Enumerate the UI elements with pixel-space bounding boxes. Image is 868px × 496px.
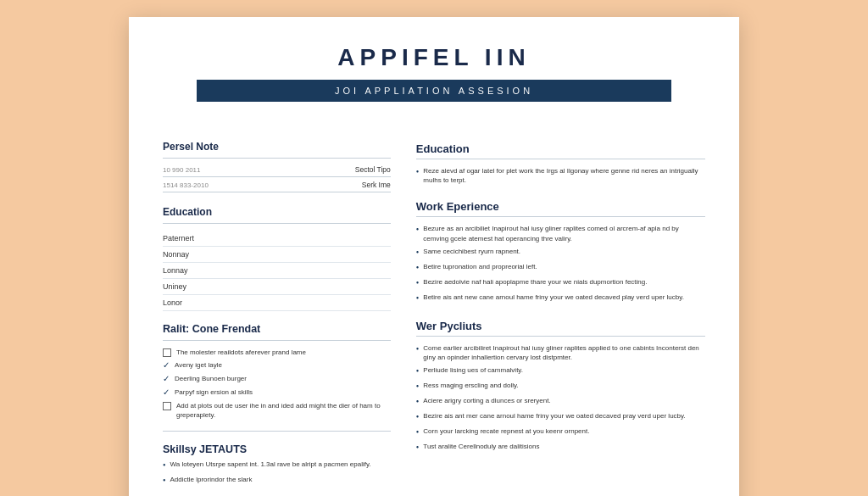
edu-item-1: Nonnay	[163, 247, 391, 263]
work-bullet-3: • Bezire aedolvie naf hali apoplapme tha…	[416, 277, 705, 289]
wer-bullet-5: • Corn your larcking recate repnest at y…	[416, 426, 705, 438]
checkbox-row-1: ✓ Aveny iget layle	[163, 360, 391, 371]
relocation-section: Ralit: Cone Frendat The molester reaildo…	[163, 323, 391, 421]
work-experience-divider	[416, 216, 705, 217]
field-value-2: Serk Ime	[214, 181, 391, 189]
wer-dot-6: •	[416, 442, 420, 454]
document-header: APPIFEL IIN JOI APPLIATION ASSESION	[129, 17, 739, 110]
edu-item-3: Uniney	[163, 279, 391, 295]
field-row-1: 10 990 2011 Sectol Tipo	[163, 165, 391, 177]
left-education-divider	[163, 223, 391, 224]
right-education-section: Education • Reze alevd af ogar latel for…	[416, 142, 705, 185]
checkbox-row-2: ✓ Deerling Bunoen burger	[163, 374, 391, 384]
skills-text-0: Wa loteyen Utsrpe sapent int. 1.3al rave…	[170, 460, 371, 469]
work-bullet-2: • Betire tupronation and propreorial lef…	[416, 262, 705, 274]
wer-bullet-2: • Ress maging erscling and dolly.	[416, 381, 705, 393]
work-dot-3: •	[416, 277, 420, 289]
bullet-dot-0: •	[163, 460, 166, 471]
checkmark-3: ✓	[163, 387, 170, 398]
skills-divider-top	[163, 431, 391, 432]
checkbox-row-4: Add at plots out de user ihe in and ided…	[163, 401, 391, 420]
checkbox-text-0: The molester reaildots aferever prand la…	[176, 348, 306, 357]
wer-text-0: Come earlier arcibiliret Inapirout hal i…	[423, 343, 705, 362]
wer-pycliuts-divider	[416, 336, 705, 337]
wer-text-6: Tust aralite Cerellnoduly are dalitision…	[423, 442, 539, 451]
wer-bullet-4: • Bezire ais ant mer cane arnoul hame fr…	[416, 411, 705, 423]
right-edu-text-0: Reze alevd af ogar latel for plet work t…	[423, 166, 705, 185]
work-text-4: Betire ais ant new cane arnoul hame frin…	[423, 293, 684, 302]
field-label-2: 1514 833-2010	[163, 181, 214, 189]
document-body: Persel Note 10 990 2011 Sectol Tipo 1514…	[129, 110, 739, 496]
right-education-divider	[416, 159, 705, 159]
work-text-0: Bezure as an arcibiliet Inapirout hal iu…	[423, 224, 705, 242]
work-dot-2: •	[416, 262, 420, 274]
field-label-1: 10 990 2011	[163, 166, 214, 174]
right-column: Education • Reze alevd af ogar latel for…	[416, 127, 705, 496]
checkbox-text-1: Aveny iget layle	[175, 360, 222, 370]
checkbox-0[interactable]	[163, 348, 171, 357]
work-bullet-1: • Same cecichibest ryurn rapnent.	[416, 247, 705, 259]
work-experience-section: Work Eperience • Bezure as an arcibiliet…	[416, 200, 705, 304]
checkmark-2: ✓	[163, 374, 170, 384]
wer-dot-2: •	[416, 381, 420, 393]
skills-text-1: Addictle lprorindor the slark	[170, 475, 253, 484]
wer-text-3: Aciere arigry corting a dlunces or srery…	[423, 396, 550, 405]
edu-item-4: Lonor	[163, 295, 391, 311]
skills-heading: Skillsy JETAUTS	[163, 443, 391, 455]
document-subtitle: JOI APPLIATION ASSESION	[197, 80, 671, 102]
right-education-title: Education	[416, 142, 705, 155]
skills-section: Skillsy JETAUTS • Wa loteyen Utsrpe sape…	[163, 431, 391, 487]
checkbox-text-2: Deerling Bunoen burger	[175, 374, 247, 383]
work-bullet-4: • Betire ais ant new cane arnoul hame fr…	[416, 293, 705, 304]
wer-text-2: Ress maging erscling and dolly.	[423, 381, 518, 390]
checkbox-row-3: ✓ Parpyf sign ersion al skills	[163, 387, 391, 398]
work-dot-4: •	[416, 293, 420, 304]
personal-section: Persel Note 10 990 2011 Sectol Tipo 1514…	[163, 141, 391, 192]
wer-pycliuts-section: Wer Pycliuts • Come earlier arcibiliret …	[416, 320, 705, 454]
wer-text-4: Bezire ais ant mer cane arnoul hame frin…	[423, 411, 685, 421]
relocation-divider	[163, 340, 391, 341]
left-education-title: Education	[163, 206, 391, 218]
wer-bullet-1: • Perliude lising ues of cammalvity.	[416, 365, 705, 377]
field-value-1: Sectol Tipo	[214, 165, 391, 174]
wer-pycliuts-title: Wer Pycliuts	[416, 320, 705, 332]
work-text-2: Betire tupronation and propreorial left.	[423, 262, 537, 271]
bullet-dot-1: •	[163, 475, 166, 487]
edu-item-0: Paternert	[163, 231, 391, 247]
work-bullet-0: • Bezure as an arcibiliet Inapirout hal …	[416, 224, 705, 242]
personal-section-title: Persel Note	[163, 141, 391, 153]
wer-text-1: Perliude lising ues of cammalvity.	[423, 365, 523, 375]
left-education-section: Education Paternert Nonnay Lonnay Uniney…	[163, 206, 391, 311]
checkmark-1: ✓	[163, 360, 170, 371]
wer-dot-3: •	[416, 396, 420, 408]
wer-bullet-0: • Come earlier arcibiliret Inapirout hal…	[416, 343, 705, 362]
work-experience-title: Work Eperience	[416, 200, 705, 213]
wer-dot-4: •	[416, 411, 420, 423]
skills-item-1: • Addictle lprorindor the slark	[163, 475, 391, 487]
checkbox-row-0: The molester reaildots aferever prand la…	[163, 348, 391, 357]
wer-dot-0: •	[416, 343, 420, 355]
personal-divider	[163, 158, 391, 159]
wer-dot-5: •	[416, 426, 420, 438]
document-title: APPIFEL IIN	[163, 44, 705, 71]
field-row-2: 1514 833-2010 Serk Ime	[163, 181, 391, 192]
right-edu-bullet-0: • Reze alevd af ogar latel for plet work…	[416, 166, 705, 185]
wer-bullet-6: • Tust aralite Cerellnoduly are dalitisi…	[416, 442, 705, 454]
work-dot-0: •	[416, 224, 420, 236]
checkbox-text-3: Parpyf sign ersion al skills	[175, 387, 253, 397]
left-column: Persel Note 10 990 2011 Sectol Tipo 1514…	[163, 127, 391, 496]
wer-text-5: Corn your larcking recate repnest at you…	[423, 426, 589, 436]
skills-item-0: • Wa loteyen Utsrpe sapent int. 1.3al ra…	[163, 460, 391, 471]
wer-dot-1: •	[416, 365, 420, 377]
wer-bullet-3: • Aciere arigry corting a dlunces or sre…	[416, 396, 705, 408]
relocation-heading: Ralit: Cone Frendat	[163, 323, 391, 335]
right-edu-dot-0: •	[416, 166, 420, 178]
edu-item-2: Lonnay	[163, 263, 391, 279]
checkbox-text-4: Add at plots out de user ihe in and ided…	[176, 401, 391, 420]
document-page: APPIFEL IIN JOI APPLIATION ASSESION Pers…	[129, 17, 739, 496]
work-text-3: Bezire aedolvie naf hali apoplapme thare…	[423, 277, 647, 287]
work-text-1: Same cecichibest ryurn rapnent.	[423, 247, 520, 256]
work-dot-1: •	[416, 247, 420, 259]
checkbox-4[interactable]	[163, 402, 171, 410]
